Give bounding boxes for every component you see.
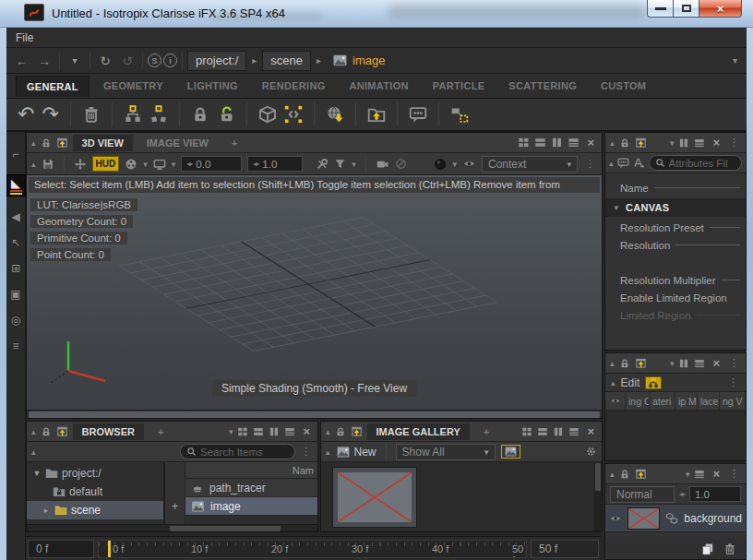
- tab-animation[interactable]: ANIMATION: [340, 76, 419, 96]
- layout-grid-icon[interactable]: [521, 426, 532, 437]
- spinner-icon[interactable]: ◂▸: [679, 490, 685, 498]
- gallery-vscrollbar[interactable]: [594, 462, 602, 531]
- unlock-button[interactable]: [217, 105, 235, 124]
- eye-icon[interactable]: [609, 513, 622, 524]
- collapse-icon[interactable]: ▴: [326, 447, 330, 457]
- collapse-icon[interactable]: ▴: [610, 470, 615, 479]
- layout-cols-icon[interactable]: [678, 137, 689, 149]
- geometry-button[interactable]: [258, 105, 277, 124]
- ungroup-button[interactable]: [149, 105, 168, 124]
- panel-menu-icon[interactable]: ⋮: [726, 376, 740, 388]
- search-items-box[interactable]: [180, 444, 295, 459]
- tab-3d-view[interactable]: 3D VIEW: [73, 135, 133, 151]
- attr-row-resolution[interactable]: Resolution: [605, 236, 746, 254]
- disable-icon[interactable]: [395, 158, 407, 170]
- hierarchy-mode-button[interactable]: [645, 376, 662, 389]
- panel-menu-icon[interactable]: ⋮: [727, 357, 741, 369]
- attr-row-limited-region[interactable]: Limited Region: [605, 306, 746, 324]
- lock-panel-icon[interactable]: [619, 137, 630, 149]
- tools-icon[interactable]: [316, 158, 329, 171]
- layout-rows-icon[interactable]: [537, 426, 548, 437]
- display-dropdown-icon[interactable]: ▾: [172, 160, 176, 169]
- new-image-button[interactable]: New: [336, 446, 376, 459]
- export-panel-icon[interactable]: [56, 137, 68, 149]
- collapse-icon[interactable]: ▴: [31, 138, 36, 148]
- attr-section-canvas[interactable]: ▼ CANVAS: [605, 198, 746, 217]
- tab-general[interactable]: GENERAL: [16, 76, 90, 97]
- column-header[interactable]: ateri: [650, 392, 675, 410]
- close-button[interactable]: ×: [699, 0, 742, 18]
- section-collapse-icon[interactable]: ▼: [613, 204, 620, 212]
- list-item-image[interactable]: image: [185, 497, 317, 516]
- current-frame-field[interactable]: 0 f: [28, 540, 94, 558]
- layout-detail-icon[interactable]: [284, 426, 295, 437]
- blend-mode-dropdown[interactable]: Normal: [610, 486, 675, 503]
- collapse-icon[interactable]: ▴: [31, 160, 36, 169]
- undo-button[interactable]: ↶: [18, 105, 34, 124]
- tree-item-project[interactable]: ▼ project:/: [27, 464, 163, 483]
- nav-back-button[interactable]: ←: [12, 52, 32, 70]
- tab-scattering[interactable]: SCATTERING: [498, 76, 587, 96]
- layout-cols-icon[interactable]: [551, 137, 563, 149]
- browser-hscrollbar[interactable]: [27, 524, 317, 531]
- add-tab-button[interactable]: +: [474, 423, 498, 440]
- camera-icon[interactable]: [376, 158, 389, 171]
- display-mode-icon[interactable]: [153, 158, 166, 171]
- scrollbar-thumb[interactable]: [29, 411, 600, 418]
- breadcrumb-current[interactable]: image: [327, 54, 390, 67]
- collapse-icon[interactable]: ▴: [31, 447, 36, 457]
- layout-detail-icon[interactable]: [694, 358, 705, 369]
- tool-list-icon[interactable]: ≡: [12, 340, 18, 351]
- maximize-button[interactable]: [674, 0, 699, 18]
- list-column-name[interactable]: Nam: [185, 462, 317, 479]
- timeline-ruler[interactable]: 0 f 10 f 20 f 30 f 40 f 50 f: [98, 540, 527, 558]
- redo-button[interactable]: ↷: [42, 105, 58, 124]
- tool-curve-icon[interactable]: ⌐: [12, 149, 18, 160]
- tool-target-icon[interactable]: ◎: [11, 315, 20, 326]
- comment-icon[interactable]: [617, 157, 629, 169]
- breadcrumb-scene[interactable]: scene: [262, 51, 311, 71]
- shortcut-s-button[interactable]: S: [148, 54, 161, 67]
- layout-cols-icon[interactable]: [678, 358, 689, 369]
- scrollbar-thumb[interactable]: [595, 463, 601, 491]
- list-item-path-tracer[interactable]: path_tracer: [185, 479, 317, 497]
- lock-button[interactable]: [191, 105, 209, 124]
- layout-detail-icon[interactable]: [694, 137, 705, 149]
- camera-dropdown-icon[interactable]: ▾: [143, 160, 148, 169]
- group-button[interactable]: [124, 105, 142, 124]
- collapse-icon[interactable]: ▴: [610, 359, 615, 368]
- layout-grid-icon[interactable]: [518, 137, 530, 149]
- hud-toggle-button[interactable]: HUD: [92, 156, 120, 172]
- tree-expand-icon[interactable]: ▸: [42, 506, 51, 515]
- panel-dropdown-icon[interactable]: ▾: [670, 359, 675, 368]
- end-frame-field[interactable]: 50 f: [531, 540, 599, 558]
- export-panel-icon[interactable]: [351, 425, 363, 437]
- lock-panel-icon[interactable]: [619, 358, 630, 369]
- scrollbar-thumb[interactable]: [170, 526, 281, 531]
- panel-dropdown-icon[interactable]: ▾: [686, 470, 690, 479]
- comment-button[interactable]: [409, 105, 427, 124]
- nav-overflow-dropdown[interactable]: ▾: [733, 55, 741, 66]
- show-all-dropdown[interactable]: Show All ▾: [396, 444, 496, 460]
- gallery-thumbnail-image[interactable]: [332, 467, 417, 528]
- close-panel-icon[interactable]: ×: [710, 356, 723, 370]
- column-header[interactable]: ng V: [720, 392, 746, 410]
- shading-layers-content[interactable]: [605, 411, 746, 460]
- tab-lighting[interactable]: LIGHTING: [177, 76, 248, 96]
- search-items-input[interactable]: [200, 447, 289, 458]
- attr-row-resolution-preset[interactable]: Resolution Preset: [605, 219, 746, 236]
- column-header[interactable]: lace: [698, 392, 720, 410]
- tab-image-view[interactable]: IMAGE VIEW: [137, 135, 218, 151]
- add-attribute-icon[interactable]: [633, 157, 645, 169]
- visibility-eye-icon[interactable]: [462, 158, 476, 170]
- camera-wheel-icon[interactable]: [125, 158, 137, 171]
- layout-grid-icon[interactable]: [237, 426, 248, 437]
- collapse-icon[interactable]: ▴: [31, 427, 36, 436]
- collapse-icon[interactable]: ▴: [611, 378, 616, 387]
- thumbnail-view-toggle[interactable]: [501, 445, 520, 459]
- tool-arrow-icon[interactable]: ◀: [11, 211, 19, 222]
- attr-row-enable-limited-region[interactable]: Enable Limited Region: [605, 289, 746, 306]
- collapse-icon[interactable]: ▴: [610, 138, 615, 148]
- gutter-expand-image[interactable]: +: [165, 497, 185, 516]
- column-header[interactable]: ing C: [626, 392, 650, 410]
